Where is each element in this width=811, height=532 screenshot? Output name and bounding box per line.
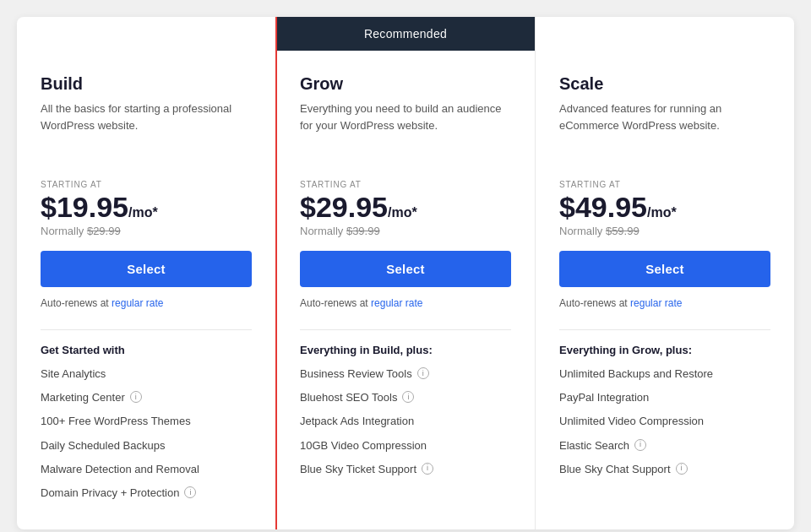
feature-item-scale-0: Unlimited Backups and Restore bbox=[559, 366, 770, 382]
select-button-grow[interactable]: Select bbox=[300, 251, 511, 287]
feature-text-grow-4: Blue Sky Ticket Support bbox=[300, 462, 416, 477]
price-amount-scale: $49.95 bbox=[559, 193, 647, 221]
feature-item-grow-0: Business Review Toolsi bbox=[300, 366, 511, 382]
starting-at-label-grow: STARTING AT bbox=[300, 180, 511, 189]
select-button-scale[interactable]: Select bbox=[559, 251, 770, 287]
feature-item-build-5: Domain Privacy + Protectioni bbox=[41, 486, 252, 501]
feature-text-build-3: Daily Scheduled Backups bbox=[41, 438, 165, 453]
divider-scale bbox=[559, 329, 770, 330]
feature-item-build-1: Marketing Centeri bbox=[41, 390, 252, 405]
feature-item-scale-4: Blue Sky Chat Supporti bbox=[559, 462, 770, 477]
plan-body-grow: GrowEverything you need to build an audi… bbox=[276, 51, 535, 529]
price-period-build: /mo* bbox=[128, 205, 158, 220]
info-icon-build-1[interactable]: i bbox=[130, 391, 142, 403]
auto-renew-build: Auto-renews at regular rate bbox=[41, 297, 252, 309]
feature-text-scale-3: Elastic Search bbox=[559, 438, 629, 453]
plan-name-scale: Scale bbox=[559, 74, 770, 94]
plan-body-scale: ScaleAdvanced features for running an eC… bbox=[536, 51, 794, 529]
feature-item-build-3: Daily Scheduled Backups bbox=[41, 438, 252, 453]
feature-item-build-0: Site Analytics bbox=[41, 366, 252, 382]
plan-name-build: Build bbox=[41, 74, 252, 94]
feature-text-scale-1: PayPal Integration bbox=[559, 390, 649, 405]
feature-text-build-4: Malware Detection and Removal bbox=[41, 462, 199, 477]
price-amount-grow: $29.95 bbox=[300, 193, 388, 221]
plan-body-build: BuildAll the basics for starting a profe… bbox=[17, 51, 275, 529]
price-line-grow: $29.95/mo* bbox=[300, 193, 511, 221]
info-icon-scale-4[interactable]: i bbox=[676, 463, 688, 475]
plan-name-grow: Grow bbox=[300, 74, 511, 94]
feature-item-grow-1: Bluehost SEO Toolsi bbox=[300, 390, 511, 405]
feature-item-build-2: 100+ Free WordPress Themes bbox=[41, 414, 252, 429]
auto-renew-grow: Auto-renews at regular rate bbox=[300, 297, 511, 309]
feature-item-build-4: Malware Detection and Removal bbox=[41, 462, 252, 477]
info-icon-build-5[interactable]: i bbox=[184, 486, 196, 498]
price-normal-grow: Normally $39.99 bbox=[300, 225, 511, 237]
plan-desc-build: All the basics for starting a profession… bbox=[41, 100, 252, 160]
feature-text-grow-1: Bluehost SEO Tools bbox=[300, 390, 397, 405]
feature-item-scale-3: Elastic Searchi bbox=[559, 438, 770, 453]
divider-grow bbox=[300, 329, 511, 330]
plan-col-build: BuildAll the basics for starting a profe… bbox=[17, 17, 277, 529]
regular-rate-link-build[interactable]: regular rate bbox=[112, 297, 163, 309]
feature-text-build-0: Site Analytics bbox=[41, 366, 106, 382]
feature-text-grow-3: 10GB Video Compression bbox=[300, 438, 427, 453]
features-heading-scale: Everything in Grow, plus: bbox=[559, 344, 770, 356]
price-period-scale: /mo* bbox=[647, 205, 677, 220]
feature-text-scale-0: Unlimited Backups and Restore bbox=[559, 366, 713, 382]
feature-text-scale-2: Unlimited Video Compression bbox=[559, 414, 704, 429]
features-heading-grow: Everything in Build, plus: bbox=[300, 344, 511, 356]
feature-text-build-1: Marketing Center bbox=[41, 390, 125, 405]
info-icon-grow-0[interactable]: i bbox=[417, 367, 429, 379]
recommended-badge: Recommended bbox=[276, 17, 535, 51]
feature-item-scale-1: PayPal Integration bbox=[559, 390, 770, 405]
feature-item-grow-4: Blue Sky Ticket Supporti bbox=[300, 462, 511, 477]
plan-col-grow: RecommendedGrowEverything you need to bu… bbox=[275, 17, 536, 529]
starting-at-label-build: STARTING AT bbox=[41, 180, 252, 189]
feature-text-grow-0: Business Review Tools bbox=[300, 366, 412, 382]
pricing-container: BuildAll the basics for starting a profe… bbox=[17, 17, 794, 529]
price-line-build: $19.95/mo* bbox=[41, 193, 252, 221]
price-amount-build: $19.95 bbox=[41, 193, 128, 221]
info-icon-grow-1[interactable]: i bbox=[402, 391, 414, 403]
plan-desc-grow: Everything you need to build an audience… bbox=[300, 100, 511, 160]
price-line-scale: $49.95/mo* bbox=[559, 193, 770, 221]
plan-desc-scale: Advanced features for running an eCommer… bbox=[559, 100, 770, 160]
auto-renew-scale: Auto-renews at regular rate bbox=[559, 297, 770, 309]
regular-rate-link-grow[interactable]: regular rate bbox=[371, 297, 422, 309]
feature-text-build-2: 100+ Free WordPress Themes bbox=[41, 414, 191, 429]
divider-build bbox=[41, 329, 252, 330]
select-button-build[interactable]: Select bbox=[41, 251, 252, 287]
info-icon-scale-3[interactable]: i bbox=[634, 439, 646, 451]
feature-text-scale-4: Blue Sky Chat Support bbox=[559, 462, 671, 477]
price-normal-build: Normally $29.99 bbox=[41, 225, 252, 237]
price-period-grow: /mo* bbox=[388, 205, 417, 220]
feature-text-grow-2: Jetpack Ads Integration bbox=[300, 414, 414, 429]
feature-item-scale-2: Unlimited Video Compression bbox=[559, 414, 770, 429]
regular-rate-link-scale[interactable]: regular rate bbox=[630, 297, 682, 309]
starting-at-label-scale: STARTING AT bbox=[559, 180, 770, 189]
price-normal-scale: Normally $59.99 bbox=[559, 225, 770, 237]
features-heading-build: Get Started with bbox=[41, 344, 252, 356]
feature-item-grow-2: Jetpack Ads Integration bbox=[300, 414, 511, 429]
feature-text-build-5: Domain Privacy + Protection bbox=[41, 486, 179, 501]
plan-col-scale: ScaleAdvanced features for running an eC… bbox=[536, 17, 794, 529]
feature-item-grow-3: 10GB Video Compression bbox=[300, 438, 511, 453]
info-icon-grow-4[interactable]: i bbox=[422, 463, 433, 475]
